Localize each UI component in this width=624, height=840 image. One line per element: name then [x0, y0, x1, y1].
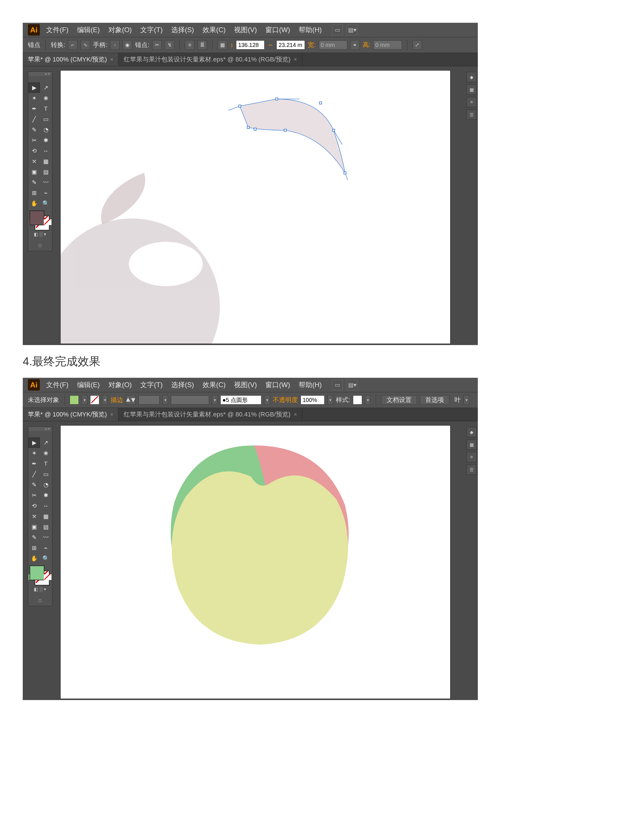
direct-selection-tool-icon[interactable]: ↗: [40, 82, 51, 93]
tools-grip[interactable]: « ×: [28, 427, 51, 431]
screen-modes[interactable]: ◧ ░ ▾: [28, 230, 51, 238]
lasso-tool-icon[interactable]: ❀: [40, 93, 51, 103]
brush-dropdown-icon[interactable]: ▾: [264, 395, 270, 405]
hide-handles-icon[interactable]: ◉: [123, 40, 132, 50]
close-tab-icon[interactable]: ×: [110, 57, 113, 63]
variable-width-profile[interactable]: [171, 395, 209, 405]
x-input[interactable]: 0 mm: [319, 40, 347, 49]
doc-tab-2[interactable]: 红苹果与果汁包装设计矢量素材.eps* @ 80.41% (RGB/预览) ×: [119, 408, 302, 421]
rail-color-icon[interactable]: ◆: [466, 427, 477, 437]
type-tool-icon[interactable]: T: [40, 103, 51, 114]
stroke-weight-input[interactable]: [139, 395, 159, 405]
layout-essentials-icon[interactable]: ▭: [332, 380, 343, 390]
menu-view[interactable]: 视图(V): [230, 379, 261, 391]
blend-tool-icon[interactable]: ⌁: [40, 543, 51, 553]
rotate-tool-icon[interactable]: ⟲: [28, 501, 40, 511]
blend-tool-icon[interactable]: ⌁: [40, 188, 51, 198]
shape-builder-tool-icon[interactable]: ▣: [28, 522, 40, 532]
pen-tool-icon[interactable]: ✒: [28, 459, 40, 469]
pencil-tool-icon[interactable]: ◔: [40, 480, 51, 490]
scale-tool-icon[interactable]: ↔: [40, 146, 51, 156]
rail-layers-icon[interactable]: ☰: [466, 465, 477, 475]
eraser-tool-icon[interactable]: ✂: [28, 490, 40, 500]
rail-layers-icon[interactable]: ☰: [466, 110, 477, 120]
opacity-dropdown-icon[interactable]: ▾: [327, 395, 333, 405]
menu-edit[interactable]: 编辑(E): [73, 24, 104, 36]
more-options-icon[interactable]: 叶: [454, 396, 461, 404]
artboard[interactable]: [60, 70, 451, 344]
zoom-tool-icon[interactable]: 🔍: [40, 553, 51, 564]
menu-object[interactable]: 对象(O): [104, 24, 136, 36]
line-tool-icon[interactable]: ╱: [28, 469, 40, 479]
menu-select[interactable]: 选择(S): [167, 379, 198, 391]
direct-selection-tool-icon[interactable]: ↗: [40, 437, 51, 448]
blob-brush-tool-icon[interactable]: ✱: [40, 135, 51, 145]
style-dropdown-icon[interactable]: ▾: [365, 395, 371, 405]
artboard[interactable]: [60, 425, 451, 699]
tools-grip[interactable]: « ×: [28, 72, 51, 76]
gradient-tool-icon[interactable]: 〰: [40, 177, 51, 187]
rail-swatches-icon[interactable]: ▦: [466, 85, 477, 95]
connect-anchor-icon[interactable]: ↯: [165, 40, 175, 50]
close-tab-icon[interactable]: ×: [110, 412, 113, 418]
pen-tool-icon[interactable]: ✒: [28, 103, 40, 114]
document-setup-button[interactable]: 文档设置: [381, 395, 417, 405]
mesh-tool-icon[interactable]: ✎: [28, 532, 40, 542]
menu-effect[interactable]: 效果(C): [199, 379, 230, 391]
eyedropper-tool-icon[interactable]: ⊞: [28, 188, 40, 198]
preferences-button[interactable]: 首选项: [420, 395, 449, 405]
fill-swatch[interactable]: [29, 565, 44, 580]
doc-tab-1[interactable]: 苹果* @ 100% (CMYK/预览) ×: [23, 408, 119, 421]
rail-swatches-icon[interactable]: ▦: [466, 440, 477, 450]
workspace-switcher-icon[interactable]: ▤▾: [347, 25, 357, 35]
menu-type[interactable]: 文字(T): [136, 24, 167, 36]
hand-tool-icon[interactable]: ✋: [28, 198, 40, 208]
rail-stroke-icon[interactable]: ≡: [466, 452, 477, 462]
width-tool-icon[interactable]: ⤧: [28, 511, 40, 521]
lasso-tool-icon[interactable]: ❀: [40, 448, 51, 458]
gradient-tool-icon[interactable]: 〰: [40, 532, 51, 542]
selected-leaf-path[interactable]: [234, 93, 354, 185]
close-tab-icon[interactable]: ×: [294, 412, 297, 418]
paintbrush-tool-icon[interactable]: ✎: [28, 480, 40, 490]
stroke-weight-stepper[interactable]: ⯅⯆: [126, 395, 136, 405]
menu-window[interactable]: 窗口(W): [261, 379, 294, 391]
stroke-weight-dropdown-icon[interactable]: ▾: [162, 395, 168, 405]
change-screen-mode-icon[interactable]: ▢: [28, 595, 51, 605]
scale-tool-icon[interactable]: ↔: [40, 501, 51, 511]
rotate-tool-icon[interactable]: ⟲: [28, 146, 40, 156]
graphic-style-swatch[interactable]: [353, 395, 362, 405]
show-handles-icon[interactable]: ◦: [110, 40, 120, 50]
menu-edit[interactable]: 编辑(E): [73, 379, 104, 391]
eyedropper-tool-icon[interactable]: ⊞: [28, 543, 40, 553]
link-wh-icon[interactable]: ⚭: [350, 40, 360, 50]
free-transform-tool-icon[interactable]: ▦: [40, 511, 51, 521]
stroke-swatch-none[interactable]: [90, 395, 99, 405]
height-input[interactable]: 23.214 m: [276, 40, 305, 49]
stroke-dropdown-icon[interactable]: ▾: [102, 395, 108, 405]
mesh-tool-icon[interactable]: ✎: [28, 177, 40, 187]
magic-wand-tool-icon[interactable]: ✶: [28, 448, 40, 458]
close-tab-icon[interactable]: ×: [294, 57, 297, 63]
menu-help[interactable]: 帮助(H): [295, 379, 326, 391]
perspective-tool-icon[interactable]: ▤: [40, 522, 51, 532]
rail-stroke-icon[interactable]: ≡: [466, 97, 477, 107]
align-anchor2-icon[interactable]: ≣: [198, 40, 207, 50]
change-screen-mode-icon[interactable]: ▢: [28, 240, 51, 251]
zoom-tool-icon[interactable]: 🔍: [40, 198, 51, 208]
doc-tab-2[interactable]: 红苹果与果汁包装设计矢量素材.eps* @ 80.41% (RGB/预览) ×: [119, 53, 302, 66]
menu-select[interactable]: 选择(S): [167, 24, 198, 36]
menu-view[interactable]: 视图(V): [230, 24, 261, 36]
isolate-icon[interactable]: ⤢: [412, 40, 422, 50]
shape-builder-tool-icon[interactable]: ▣: [28, 167, 40, 177]
workspace-switcher-icon[interactable]: ▤▾: [347, 380, 357, 390]
free-transform-tool-icon[interactable]: ▦: [40, 156, 51, 167]
rectangle-tool-icon[interactable]: ▭: [40, 114, 51, 124]
y-input[interactable]: 0 mm: [374, 40, 402, 49]
convert-corner-icon[interactable]: ⌐: [68, 40, 78, 50]
convert-smooth-icon[interactable]: ∿: [80, 40, 90, 50]
perspective-tool-icon[interactable]: ▤: [40, 167, 51, 177]
menu-type[interactable]: 文字(T): [136, 379, 167, 391]
brush-definition[interactable]: ● 5 点圆形: [221, 395, 261, 405]
remove-anchor-icon[interactable]: ✂: [152, 40, 162, 50]
